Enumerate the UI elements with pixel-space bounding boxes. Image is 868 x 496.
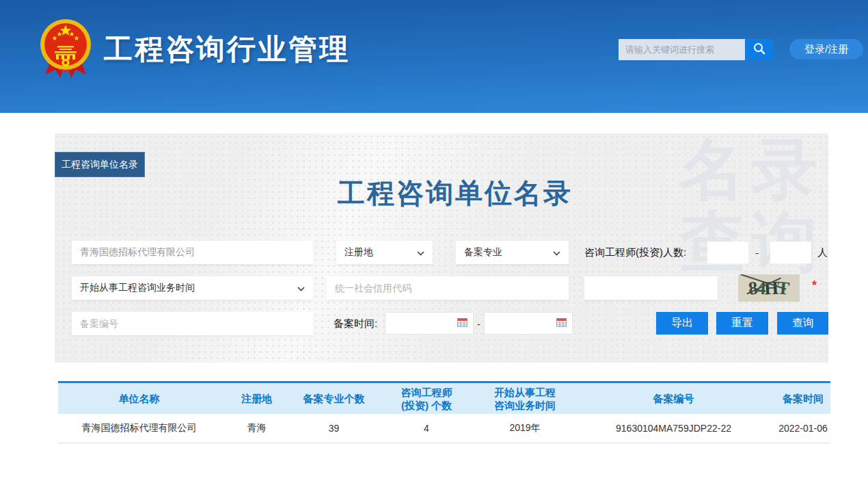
- chevron-down-icon: [553, 247, 560, 258]
- record-number-input[interactable]: [72, 312, 313, 335]
- cell-record-number: 91630104MA759JDP22-22: [571, 423, 776, 434]
- column-header: 备案专业个数: [293, 392, 375, 405]
- credit-code-input[interactable]: [327, 276, 569, 300]
- company-name-input[interactable]: [72, 241, 313, 264]
- record-time-end-input[interactable]: [484, 312, 573, 335]
- query-button[interactable]: 查询: [777, 312, 828, 335]
- record-time-label: 备案时间:: [334, 312, 377, 335]
- captcha-input[interactable]: [584, 276, 718, 300]
- header-search: [619, 39, 774, 60]
- table-row: 青海国德招标代理有限公司 青海 39 4 2019年 91630104MA759…: [58, 414, 830, 443]
- export-button[interactable]: 导出: [656, 312, 708, 335]
- chevron-down-icon: [417, 247, 424, 258]
- table-header-row: 单位名称 注册地 备案专业个数 咨询工程师 (投资) 个数 开始从事工程 咨询业…: [58, 381, 830, 414]
- tab-unit-directory[interactable]: 工程咨询单位名录: [55, 152, 145, 177]
- search-panel: 名录 查询 工程咨询单位名录 工程咨询单位名录 注册地 备案专业 咨询工程师(投…: [55, 133, 828, 363]
- search-input[interactable]: [619, 39, 745, 60]
- record-time-start-input[interactable]: [385, 312, 474, 335]
- column-header: 注册地: [220, 392, 293, 405]
- column-header: 咨询工程师 (投资) 个数: [375, 386, 478, 412]
- cell-engineer-count: 4: [375, 423, 478, 434]
- cell-unit-name: 青海国德招标代理有限公司: [58, 422, 220, 434]
- results-table: 单位名称 注册地 备案专业个数 咨询工程师 (投资) 个数 开始从事工程 咨询业…: [58, 381, 830, 443]
- start-time-select-label: 开始从事工程咨询业务时间: [80, 282, 195, 294]
- column-header: 备案编号: [571, 392, 776, 405]
- login-register-button[interactable]: 登录/注册: [789, 39, 863, 60]
- cell-start-year: 2019年: [478, 422, 571, 434]
- engineer-count-label: 咨询工程师(投资)人数:: [584, 241, 686, 264]
- register-place-select[interactable]: 注册地: [336, 241, 433, 264]
- page-title: 工程咨询行业管理: [104, 30, 350, 68]
- page-header: 工程咨询行业管理 登录/注册: [0, 0, 868, 113]
- register-place-select-label: 注册地: [344, 246, 373, 259]
- column-header: 开始从事工程 咨询业务时间: [478, 386, 571, 412]
- chevron-down-icon: [297, 283, 305, 293]
- column-header: 备案时间: [776, 392, 830, 405]
- column-header: 单位名称: [58, 392, 220, 405]
- section-title: 工程咨询单位名录: [68, 174, 828, 212]
- cell-specialty-count: 39: [293, 423, 375, 434]
- engineer-count-max-input[interactable]: [770, 242, 811, 263]
- cell-record-time: 2022-01-06: [776, 423, 830, 434]
- cell-register-place: 青海: [220, 422, 293, 434]
- record-specialty-select[interactable]: 备案专业: [456, 241, 569, 264]
- reset-button[interactable]: 重置: [716, 312, 768, 335]
- start-time-select[interactable]: 开始从事工程咨询业务时间: [72, 276, 313, 300]
- search-icon: [752, 42, 766, 57]
- calendar-icon: [556, 317, 567, 330]
- person-unit-label: 人: [817, 241, 828, 264]
- engineer-range-separator: -: [755, 241, 759, 264]
- record-specialty-select-label: 备案专业: [464, 246, 502, 259]
- engineer-count-min-input[interactable]: [707, 242, 748, 263]
- required-asterisk: *: [812, 278, 817, 293]
- national-emblem-logo: [39, 17, 92, 84]
- search-button[interactable]: [745, 39, 774, 60]
- calendar-icon: [457, 317, 467, 330]
- record-time-range-separator: -: [477, 312, 480, 335]
- captcha-image[interactable]: 8 4 H T: [738, 274, 800, 302]
